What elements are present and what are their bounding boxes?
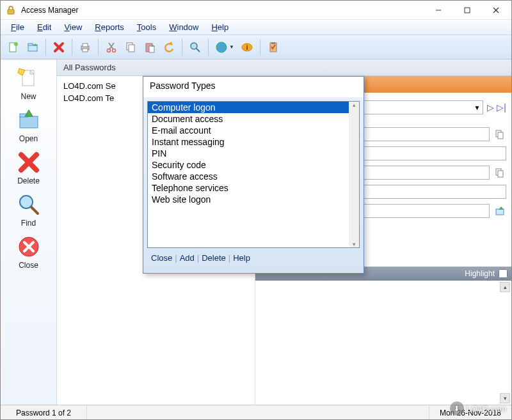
svg-point-13: [108, 49, 111, 52]
svg-line-15: [109, 43, 114, 49]
list-item[interactable]: Computer logon: [148, 102, 359, 113]
sidebar-open[interactable]: Open: [6, 105, 52, 146]
svg-text:i: i: [246, 43, 248, 51]
svg-point-23: [191, 43, 197, 49]
toolbar-sep: [45, 39, 46, 56]
list-item[interactable]: Security code: [148, 159, 359, 171]
list-item[interactable]: E-mail account: [148, 125, 359, 136]
close-button[interactable]: [481, 1, 510, 19]
new-doc-icon[interactable]: [4, 38, 22, 56]
open-folder-icon: [17, 109, 40, 132]
maximize-button[interactable]: [452, 1, 481, 19]
svg-rect-12: [83, 49, 88, 52]
undo-icon[interactable]: [160, 38, 178, 56]
dialog-close-button[interactable]: Close: [151, 253, 172, 263]
menu-reports[interactable]: Reports: [88, 21, 131, 33]
menu-view[interactable]: View: [58, 21, 88, 33]
list-item[interactable]: Instant messaging: [148, 136, 359, 148]
toolbar-sep: [182, 39, 182, 56]
menu-window[interactable]: Window: [163, 21, 205, 33]
list-item[interactable]: Software access: [148, 171, 359, 182]
sidebar-find[interactable]: Find: [6, 190, 52, 231]
toolbar: ▼ i: [1, 35, 511, 59]
tab-all-passwords[interactable]: All Passwords: [57, 59, 511, 76]
toolbar-sep: [260, 39, 260, 56]
types-listbox[interactable]: Computer logon Document access E-mail ac…: [147, 101, 360, 248]
watermark-text: LO4D.com: [467, 404, 506, 414]
open-doc-icon[interactable]: [24, 38, 42, 56]
list-item[interactable]: PIN: [148, 148, 359, 159]
skip-icon[interactable]: ▷|: [497, 102, 506, 113]
chevron-down-icon: ▼: [229, 44, 234, 50]
sidebar-find-label: Find: [21, 219, 36, 228]
svg-line-37: [31, 207, 38, 214]
cut-icon[interactable]: [102, 38, 120, 56]
copy-icon[interactable]: [122, 38, 140, 56]
toolbar-sep: [72, 39, 72, 56]
svg-line-16: [109, 43, 113, 49]
sidebar-new-label: New: [20, 92, 36, 101]
paste-icon[interactable]: [141, 38, 159, 56]
list-item[interactable]: Telephone services: [148, 182, 359, 194]
listbox-scrollbar[interactable]: ▴▾: [349, 102, 359, 247]
highlight-checkbox[interactable]: [499, 269, 508, 278]
find-icon[interactable]: [186, 38, 204, 56]
menu-file[interactable]: File: [4, 21, 31, 33]
sidebar-close-label: Close: [19, 261, 38, 270]
dialog-title: Password Types: [143, 77, 364, 97]
toolbar-sep: [98, 39, 99, 56]
info-icon[interactable]: i: [238, 38, 256, 56]
menubar: File Edit View Reports Tools Window Help: [1, 20, 511, 35]
sidebar-delete-label: Delete: [17, 176, 40, 185]
copy-small-icon[interactable]: [493, 128, 506, 141]
print-icon[interactable]: [76, 38, 94, 56]
menu-help[interactable]: Help: [205, 21, 235, 33]
list-item[interactable]: Web site logon: [148, 194, 359, 205]
new-file-icon: [17, 66, 40, 89]
svg-marker-44: [499, 206, 504, 210]
list-item[interactable]: Document access: [148, 113, 359, 125]
minimize-button[interactable]: [424, 1, 452, 19]
lock-icon: [6, 5, 16, 15]
highlight-label: Highlight: [465, 269, 495, 278]
sidebar: New Open Delete Find Close: [1, 59, 57, 405]
svg-line-24: [196, 49, 200, 52]
sidebar-close[interactable]: Close: [6, 232, 52, 273]
svg-point-6: [14, 42, 18, 46]
statusbar: Password 1 of 2 Mon 26-Nov-2018: [1, 405, 511, 420]
clipboard-icon[interactable]: [264, 38, 282, 56]
svg-rect-8: [28, 43, 33, 45]
globe-icon[interactable]: ▼: [212, 38, 237, 56]
dialog-delete-button[interactable]: Delete: [202, 253, 226, 263]
delete-x-icon[interactable]: [50, 38, 68, 56]
close-circle-icon: [17, 235, 40, 258]
open-url-icon[interactable]: [493, 205, 506, 217]
window-title: Access Manager: [21, 6, 424, 15]
svg-rect-2: [465, 8, 470, 13]
scroll-up-icon[interactable]: ▴: [500, 282, 510, 292]
svg-rect-42: [498, 171, 503, 177]
menu-edit[interactable]: Edit: [31, 21, 58, 33]
svg-rect-11: [83, 43, 88, 47]
svg-rect-29: [271, 42, 275, 44]
dialog-help-button[interactable]: Help: [233, 253, 250, 263]
svg-rect-40: [498, 132, 503, 139]
password-types-dialog: Password Types Computer logon Document a…: [143, 76, 364, 274]
sidebar-delete[interactable]: Delete: [6, 148, 52, 189]
download-icon: ⬇: [450, 401, 464, 416]
svg-rect-33: [20, 116, 38, 128]
magnifier-icon: [17, 193, 40, 216]
sidebar-open-label: Open: [19, 134, 38, 143]
svg-point-14: [113, 49, 116, 52]
titlebar: Access Manager: [1, 1, 511, 20]
play-icon[interactable]: ▷: [487, 102, 494, 113]
svg-marker-35: [25, 110, 33, 116]
status-count: Password 1 of 2: [1, 405, 87, 420]
delete-icon: [17, 151, 40, 174]
menu-tools[interactable]: Tools: [131, 21, 163, 33]
sidebar-new[interactable]: New: [6, 63, 52, 104]
dialog-add-button[interactable]: Add: [180, 253, 195, 263]
copy-small-icon[interactable]: [493, 166, 506, 179]
svg-rect-20: [149, 46, 154, 52]
watermark: ⬇ LO4D.com: [450, 401, 506, 416]
